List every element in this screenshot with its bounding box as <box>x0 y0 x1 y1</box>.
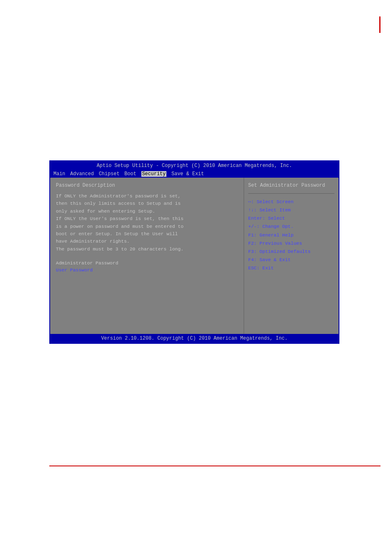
desc-line-6: boot or enter Setup. In Setup the User w… <box>56 231 178 236</box>
key-select-screen: ↔: Select Screen <box>248 198 334 206</box>
desc-line-5: is a power on password and must be enter… <box>56 224 184 229</box>
key-help-section: ↔: Select Screen ↑↓: Select Item Enter: … <box>248 198 334 272</box>
red-bar-top-right <box>379 16 380 33</box>
bios-footer: Version 2.10.1208. Copyright (C) 2010 Am… <box>50 334 339 343</box>
bios-right-panel: Set Administrator Password ↔: Select Scr… <box>244 178 339 334</box>
key-esc-exit: ESC: Exit <box>248 264 334 272</box>
menu-item-save-exit[interactable]: Save & Exit <box>171 171 204 177</box>
key-change-opt: +/-: Change Opt. <box>248 222 334 231</box>
desc-line-8: The password must be 3 to 20 characters … <box>56 246 184 252</box>
menu-item-security[interactable]: Security <box>141 171 167 177</box>
password-description-body: If ONLY the Administrator's password is … <box>56 192 238 253</box>
menu-item-boot[interactable]: Boot <box>125 171 136 177</box>
right-panel-divider <box>248 193 334 194</box>
set-admin-password-title: Set Administrator Password <box>248 183 334 188</box>
key-enter-select: Enter: Select <box>248 214 334 222</box>
desc-line-7: have Administrator rights. <box>56 239 129 244</box>
menu-item-main[interactable]: Main <box>53 171 65 177</box>
desc-line-4: If ONLY the User's password is set, then… <box>56 216 184 221</box>
bios-title-bar: Aptio Setup Utility - Copyright (C) 2010… <box>50 161 339 170</box>
bios-left-panel: Password Description If ONLY the Adminis… <box>50 178 244 334</box>
desc-line-1: If ONLY the Administrator's password is … <box>56 193 181 199</box>
key-f1-help: F1: General Help <box>248 231 334 239</box>
bios-menubar: Main Advanced Chipset Boot Security Save… <box>50 170 339 178</box>
key-f4-save: F4: Save & Exit <box>248 256 334 264</box>
bios-container: Aptio Setup Utility - Copyright (C) 2010… <box>49 160 339 344</box>
menu-item-advanced[interactable]: Advanced <box>70 171 94 177</box>
desc-line-2: then this only limits access to Setup an… <box>56 201 181 206</box>
key-f3-optimized: F3: Optimized Defaults <box>248 248 334 256</box>
key-f2-previous: F2: Previous Values <box>248 239 334 248</box>
red-bar-bottom <box>49 466 380 466</box>
bios-content-area: Password Description If ONLY the Adminis… <box>50 178 339 334</box>
key-select-item: ↑↓: Select Item <box>248 206 334 214</box>
desc-line-3: only asked for when entering Setup. <box>56 208 155 214</box>
user-password-field[interactable]: User Password <box>56 267 238 273</box>
menu-item-chipset[interactable]: Chipset <box>99 171 119 177</box>
password-description-title: Password Description <box>56 183 238 188</box>
administrator-password-field[interactable]: Administrator Password <box>56 260 238 266</box>
